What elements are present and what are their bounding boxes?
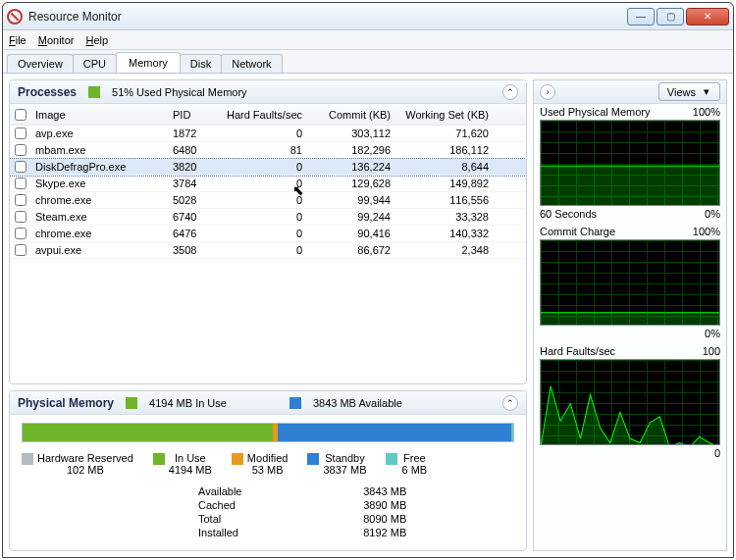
maximize-button[interactable]: ▢ [657, 8, 684, 25]
legend-name: Hardware Reserved [37, 452, 133, 464]
tab-overview[interactable]: Overview [7, 54, 74, 73]
row-checkbox[interactable] [15, 161, 26, 173]
col-pid[interactable]: PID [169, 109, 218, 121]
table-row[interactable]: DiskDefragPro.exe 3820 0 136,224 8,644 [10, 159, 526, 176]
avail-label: 3843 MB Available [313, 397, 402, 409]
cell-commit: 136,224 [306, 161, 394, 173]
cell-hardfaults: 0 [218, 211, 306, 223]
table-row[interactable]: avp.exe 1872 0 303,112 71,620 [10, 126, 526, 142]
select-all-checkbox[interactable] [15, 109, 26, 121]
graph-max: 100% [693, 226, 720, 237]
views-button[interactable]: Views ▾ [658, 82, 720, 101]
row-checkbox[interactable] [15, 211, 26, 223]
menu-file[interactable]: File [9, 34, 26, 46]
graph-bottom-right: 0 [714, 447, 720, 459]
physmem-title: Physical Memory [18, 396, 114, 410]
cell-image: chrome.exe [31, 228, 169, 239]
cell-pid: 6740 [169, 211, 218, 223]
graph-section: Hard Faults/sec100 0 [534, 343, 726, 463]
menu-monitor[interactable]: Monitor [38, 34, 75, 46]
summary-chip [88, 86, 100, 98]
table-row[interactable]: avpui.exe 3508 0 86,672 2,348 [10, 242, 526, 259]
legend-item: In Use4194 MB [153, 452, 212, 476]
cell-workingset: 8,644 [394, 161, 493, 173]
cell-image: DiskDefragPro.exe [31, 161, 169, 173]
cell-commit: 303,112 [306, 127, 394, 139]
row-checkbox[interactable] [15, 144, 26, 156]
physmem-header[interactable]: Physical Memory 4194 MB In Use 3843 MB A… [10, 391, 526, 415]
membar-segment [23, 424, 273, 441]
cell-hardfaults: 0 [218, 127, 306, 139]
cell-workingset: 116,556 [394, 194, 493, 206]
chevron-down-icon: ▾ [702, 85, 711, 98]
cell-workingset: 149,892 [394, 178, 493, 189]
cell-image: avpui.exe [31, 244, 169, 256]
processes-panel: Processes 51% Used Physical Memory ⌃ Ima… [9, 79, 527, 384]
inuse-label: 4194 MB In Use [149, 397, 227, 409]
titlebar[interactable]: Resource Monitor — ▢ ✕ [3, 3, 733, 30]
cell-image: Steam.exe [31, 211, 169, 223]
legend-value: 3837 MB [323, 464, 366, 476]
cell-commit: 182,296 [306, 144, 394, 156]
table-row[interactable]: chrome.exe 6476 0 90,416 140,332 [10, 226, 526, 242]
svg-marker-0 [541, 166, 719, 206]
content-area: Processes 51% Used Physical Memory ⌃ Ima… [3, 74, 733, 557]
expand-sidebar-icon[interactable]: › [540, 84, 555, 100]
legend-name: In Use [175, 452, 206, 464]
col-workingset[interactable]: Working Set (KB) [394, 109, 493, 121]
legend-swatch [307, 453, 319, 465]
col-commit[interactable]: Commit (KB) [306, 109, 394, 121]
row-checkbox[interactable] [15, 178, 26, 189]
tab-cpu[interactable]: CPU [73, 54, 117, 73]
collapse-icon[interactable]: ⌃ [502, 84, 518, 100]
row-checkbox[interactable] [15, 194, 26, 206]
stat-key: Available [198, 485, 349, 497]
stat-key: Total [198, 513, 349, 525]
legend-item: Modified53 MB [232, 452, 289, 476]
processes-summary: 51% Used Physical Memory [112, 86, 247, 98]
legend-swatch [386, 453, 397, 465]
row-checkbox[interactable] [15, 228, 26, 239]
legend-item: Standby3837 MB [307, 452, 366, 476]
menu-help[interactable]: Help [85, 34, 108, 46]
tab-memory[interactable]: Memory [116, 52, 181, 73]
physical-memory-panel: Physical Memory 4194 MB In Use 3843 MB A… [9, 390, 527, 551]
tab-network[interactable]: Network [221, 54, 282, 73]
window-title: Resource Monitor [28, 10, 627, 24]
tab-disk[interactable]: Disk [180, 54, 222, 73]
table-row[interactable]: mbam.exe 6480 81 182,296 186,112 [10, 142, 526, 159]
table-row[interactable]: chrome.exe 5028 0 99,944 116,556 [10, 192, 526, 209]
processes-title: Processes [18, 85, 77, 99]
cell-pid: 1872 [169, 127, 218, 139]
legend-swatch [232, 453, 243, 465]
legend-value: 6 MB [401, 464, 427, 476]
cell-pid: 5028 [169, 194, 218, 206]
avail-chip [289, 397, 301, 409]
processes-column-header[interactable]: Image PID Hard Faults/sec Commit (KB) Wo… [10, 104, 526, 126]
table-row[interactable]: Skype.exe 3784 0 129,628 149,892 [10, 176, 526, 192]
legend-swatch [153, 453, 165, 465]
graph-canvas [540, 120, 720, 206]
tabbar: OverviewCPUMemoryDiskNetwork [3, 50, 733, 74]
app-icon [7, 9, 23, 25]
row-checkbox[interactable] [15, 127, 26, 139]
legend-swatch [22, 453, 33, 465]
legend-value: 53 MB [252, 464, 284, 476]
processes-header[interactable]: Processes 51% Used Physical Memory ⌃ [10, 80, 526, 104]
table-row[interactable]: Steam.exe 6740 0 99,244 33,328 [10, 209, 526, 226]
cell-workingset: 33,328 [394, 211, 493, 223]
col-hardfaults[interactable]: Hard Faults/sec [218, 109, 306, 121]
graph-section: Used Physical Memory100% 60 Seconds0% [534, 104, 726, 224]
processes-rows[interactable]: avp.exe 1872 0 303,112 71,620 mbam.exe 6… [10, 126, 526, 383]
minimize-button[interactable]: — [627, 8, 655, 25]
row-checkbox[interactable] [15, 244, 26, 256]
graph-title: Commit Charge [540, 226, 615, 237]
stat-value: 3843 MB [363, 485, 514, 497]
graph-canvas [540, 359, 720, 445]
cell-pid: 3508 [169, 244, 218, 256]
col-image[interactable]: Image [31, 109, 169, 121]
legend-name: Modified [247, 452, 289, 464]
collapse-icon[interactable]: ⌃ [502, 395, 518, 411]
stat-key: Cached [198, 499, 349, 511]
close-button[interactable]: ✕ [686, 8, 729, 25]
